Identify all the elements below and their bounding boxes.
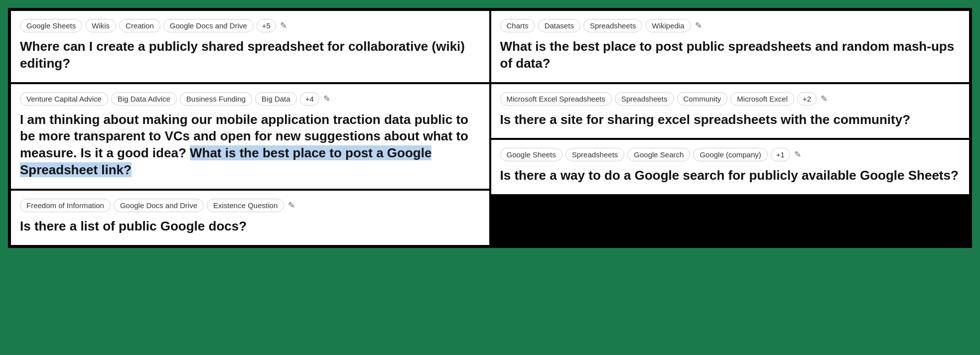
tag-microsoft-excel[interactable]: Microsoft Excel: [730, 92, 794, 106]
card-5: Microsoft Excel Spreadsheets Spreadsheet…: [491, 84, 970, 138]
edit-icon-4[interactable]: ✎: [695, 20, 702, 31]
card-2: Venture Capital Advice Big Data Advice B…: [11, 84, 489, 189]
tag-community[interactable]: Community: [677, 92, 728, 106]
edit-icon-5[interactable]: ✎: [821, 94, 828, 104]
tag-ms-excel-spreadsheets[interactable]: Microsoft Excel Spreadsheets: [500, 92, 612, 106]
tag-google-search[interactable]: Google Search: [627, 148, 690, 161]
right-column: Charts Datasets Spreadsheets Wikipedia ✎…: [491, 11, 970, 245]
card-5-question: Is there a site for sharing excel spread…: [500, 112, 961, 128]
tag-freedom-of-information[interactable]: Freedom of Information: [20, 199, 111, 212]
tag-more-1[interactable]: +5: [257, 19, 276, 32]
card-3-tags: Freedom of Information Google Docs and D…: [20, 199, 480, 212]
card-1-question: Where can I create a publicly shared spr…: [20, 38, 480, 72]
tag-big-data[interactable]: Big Data: [255, 92, 297, 106]
edit-icon-3[interactable]: ✎: [288, 200, 295, 211]
tag-charts[interactable]: Charts: [500, 19, 535, 32]
tag-spreadsheets-3[interactable]: Spreadsheets: [565, 148, 625, 161]
tag-creation[interactable]: Creation: [119, 19, 160, 32]
card-6-question: Is there a way to do a Google search for…: [500, 167, 961, 184]
main-container: Google Sheets Wikis Creation Google Docs…: [6, 6, 974, 250]
card-3: Freedom of Information Google Docs and D…: [11, 191, 489, 245]
card-4: Charts Datasets Spreadsheets Wikipedia ✎…: [491, 11, 970, 82]
card-6: Google Sheets Spreadsheets Google Search…: [491, 140, 970, 194]
tag-spreadsheets[interactable]: Spreadsheets: [583, 19, 643, 32]
card-4-tags: Charts Datasets Spreadsheets Wikipedia ✎: [500, 19, 961, 32]
tag-more-2[interactable]: +4: [300, 92, 319, 106]
tag-big-data-advice[interactable]: Big Data Advice: [111, 92, 177, 106]
tag-spreadsheets-2[interactable]: Spreadsheets: [615, 92, 674, 106]
card-4-question: What is the best place to post public sp…: [500, 38, 961, 72]
card-2-question: I am thinking about making our mobile ap…: [20, 112, 480, 179]
tag-wikis[interactable]: Wikis: [85, 19, 116, 32]
tag-more-5[interactable]: +2: [797, 92, 817, 106]
edit-icon-2[interactable]: ✎: [323, 94, 330, 104]
edit-icon-1[interactable]: ✎: [280, 20, 287, 31]
tag-google-docs-drive-2[interactable]: Google Docs and Drive: [114, 199, 204, 212]
tag-google-sheets[interactable]: Google Sheets: [20, 19, 82, 32]
card-3-question: Is there a list of public Google docs?: [20, 218, 480, 235]
tag-google-docs-drive[interactable]: Google Docs and Drive: [163, 19, 254, 32]
card-1: Google Sheets Wikis Creation Google Docs…: [11, 11, 489, 82]
card-2-tags: Venture Capital Advice Big Data Advice B…: [20, 92, 480, 106]
tag-more-6[interactable]: +1: [771, 148, 790, 161]
tag-existence-question[interactable]: Existence Question: [207, 199, 284, 212]
tag-wikipedia[interactable]: Wikipedia: [645, 19, 691, 32]
left-column: Google Sheets Wikis Creation Google Docs…: [11, 11, 489, 245]
tag-datasets[interactable]: Datasets: [538, 19, 580, 32]
tag-google-sheets-2[interactable]: Google Sheets: [500, 148, 562, 161]
tag-venture-capital[interactable]: Venture Capital Advice: [20, 92, 108, 106]
edit-icon-6[interactable]: ✎: [794, 149, 801, 160]
card-1-tags: Google Sheets Wikis Creation Google Docs…: [20, 19, 480, 32]
tag-business-funding[interactable]: Business Funding: [180, 92, 252, 106]
card-5-tags: Microsoft Excel Spreadsheets Spreadsheet…: [500, 92, 961, 106]
card-6-tags: Google Sheets Spreadsheets Google Search…: [500, 148, 961, 161]
tag-google-company[interactable]: Google (company): [693, 148, 767, 161]
questions-grid: Google Sheets Wikis Creation Google Docs…: [11, 11, 969, 245]
